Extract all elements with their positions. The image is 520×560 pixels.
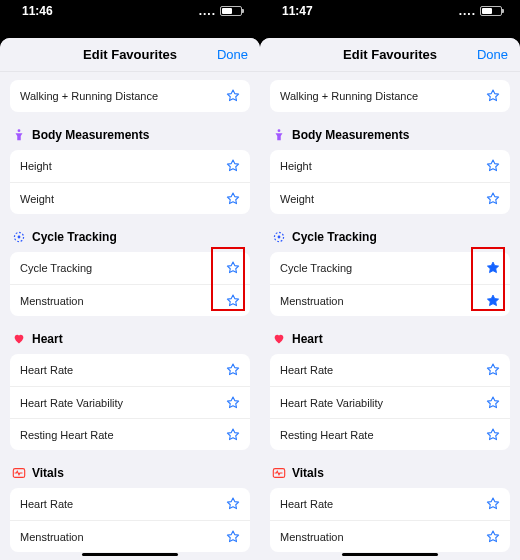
section-title: Cycle Tracking <box>292 230 377 244</box>
row-label: Menstruation <box>20 295 84 307</box>
section-header: Body Measurements <box>10 112 250 144</box>
row-label: Cycle Tracking <box>20 262 92 274</box>
cycle-tracking-icon <box>272 230 286 244</box>
row-label: Menstruation <box>20 531 84 543</box>
favourite-star-icon[interactable] <box>486 497 500 511</box>
list-row[interactable]: Height <box>10 150 250 182</box>
section-header: Vitals <box>270 450 510 482</box>
status-bar: 11:46 .... <box>0 0 260 22</box>
favourite-star-icon[interactable] <box>226 261 240 275</box>
section-title: Heart <box>292 332 323 346</box>
section-header: Heart <box>270 316 510 348</box>
list-row[interactable]: Heart Rate <box>10 488 250 520</box>
section-header: Heart <box>10 316 250 348</box>
favourite-star-icon[interactable] <box>486 294 500 308</box>
list-row[interactable]: Cycle Tracking <box>10 252 250 284</box>
section-card: Cycle Tracking Menstruation <box>10 252 250 316</box>
list-row[interactable]: Cycle Tracking <box>270 252 510 284</box>
favourite-star-icon[interactable] <box>486 396 500 410</box>
list-row[interactable]: Heart Rate <box>270 354 510 386</box>
body-icon <box>272 128 286 142</box>
list-row[interactable]: Heart Rate Variability <box>270 386 510 418</box>
section-card: Walking + Running Distance <box>270 80 510 112</box>
list-row[interactable]: Resting Heart Rate <box>270 418 510 450</box>
list-row[interactable]: Menstruation <box>270 284 510 316</box>
section-title: Vitals <box>32 466 64 480</box>
favourite-star-icon[interactable] <box>226 396 240 410</box>
done-button[interactable]: Done <box>477 47 508 62</box>
svg-point-2 <box>18 236 21 239</box>
favourite-star-icon[interactable] <box>226 294 240 308</box>
vitals-icon <box>12 466 26 480</box>
list-row[interactable]: Weight <box>10 182 250 214</box>
nav-title: Edit Favourites <box>343 47 437 62</box>
section-header: Cycle Tracking <box>10 214 250 246</box>
signal-icon: .... <box>199 4 216 18</box>
section-title: Heart <box>32 332 63 346</box>
status-time: 11:47 <box>282 4 313 18</box>
row-label: Resting Heart Rate <box>20 429 114 441</box>
list-row[interactable]: Walking + Running Distance <box>270 80 510 112</box>
favourite-star-icon[interactable] <box>486 192 500 206</box>
body-icon <box>12 128 26 142</box>
list-row[interactable]: Menstruation <box>10 284 250 316</box>
favourite-star-icon[interactable] <box>226 497 240 511</box>
row-label: Heart Rate <box>20 498 73 510</box>
status-bar: 11:47 .... <box>260 0 520 22</box>
list-row[interactable]: Heart Rate <box>10 354 250 386</box>
section-title: Vitals <box>292 466 324 480</box>
favourite-star-icon[interactable] <box>486 363 500 377</box>
section-header: Vitals <box>10 450 250 482</box>
done-button[interactable]: Done <box>217 47 248 62</box>
list-row[interactable]: Height <box>270 150 510 182</box>
row-label: Weight <box>280 193 314 205</box>
favourite-star-icon[interactable] <box>226 159 240 173</box>
favourite-star-icon[interactable] <box>486 530 500 544</box>
row-label: Heart Rate Variability <box>20 397 123 409</box>
list-row[interactable]: Heart Rate <box>270 488 510 520</box>
section-title: Body Measurements <box>292 128 409 142</box>
list-row[interactable]: Menstruation <box>270 520 510 552</box>
list-row[interactable]: Menstruation <box>10 520 250 552</box>
home-indicator <box>342 553 438 556</box>
list-row[interactable]: Weight <box>270 182 510 214</box>
favourite-star-icon[interactable] <box>226 89 240 103</box>
favourite-star-icon[interactable] <box>226 363 240 377</box>
status-time: 11:46 <box>22 4 53 18</box>
section-card: Heart Rate Menstruation <box>10 488 250 552</box>
row-label: Walking + Running Distance <box>20 90 158 102</box>
section-card: Cycle Tracking Menstruation <box>270 252 510 316</box>
section-card: Walking + Running Distance <box>10 80 250 112</box>
favourite-star-icon[interactable] <box>226 530 240 544</box>
heart-icon <box>12 332 26 346</box>
section-card: Height Weight <box>10 150 250 214</box>
row-label: Cycle Tracking <box>280 262 352 274</box>
row-label: Height <box>20 160 52 172</box>
section-card: Heart Rate Heart Rate Variability Restin… <box>270 354 510 450</box>
svg-point-4 <box>278 129 281 132</box>
row-label: Heart Rate Variability <box>280 397 383 409</box>
vitals-icon <box>272 466 286 480</box>
favourite-star-icon[interactable] <box>486 428 500 442</box>
favourite-star-icon[interactable] <box>486 159 500 173</box>
svg-point-6 <box>278 236 281 239</box>
modal-sheet: Edit Favourites Done Walking + Running D… <box>0 38 260 560</box>
nav-bar: Edit Favourites Done <box>0 38 260 72</box>
section-title: Cycle Tracking <box>32 230 117 244</box>
favourite-star-icon[interactable] <box>226 192 240 206</box>
cycle-tracking-icon <box>12 230 26 244</box>
row-label: Walking + Running Distance <box>280 90 418 102</box>
row-label: Height <box>280 160 312 172</box>
favourite-star-icon[interactable] <box>486 89 500 103</box>
home-indicator <box>82 553 178 556</box>
list-row[interactable]: Heart Rate Variability <box>10 386 250 418</box>
section-card: Heart Rate Heart Rate Variability Restin… <box>10 354 250 450</box>
favourite-star-icon[interactable] <box>226 428 240 442</box>
row-label: Heart Rate <box>20 364 73 376</box>
favourite-star-icon[interactable] <box>486 261 500 275</box>
phone-pane-1: 11:47 .... Edit Favourites Done Walking … <box>260 0 520 560</box>
list-row[interactable]: Resting Heart Rate <box>10 418 250 450</box>
battery-icon <box>220 6 242 16</box>
list-row[interactable]: Walking + Running Distance <box>10 80 250 112</box>
row-label: Weight <box>20 193 54 205</box>
